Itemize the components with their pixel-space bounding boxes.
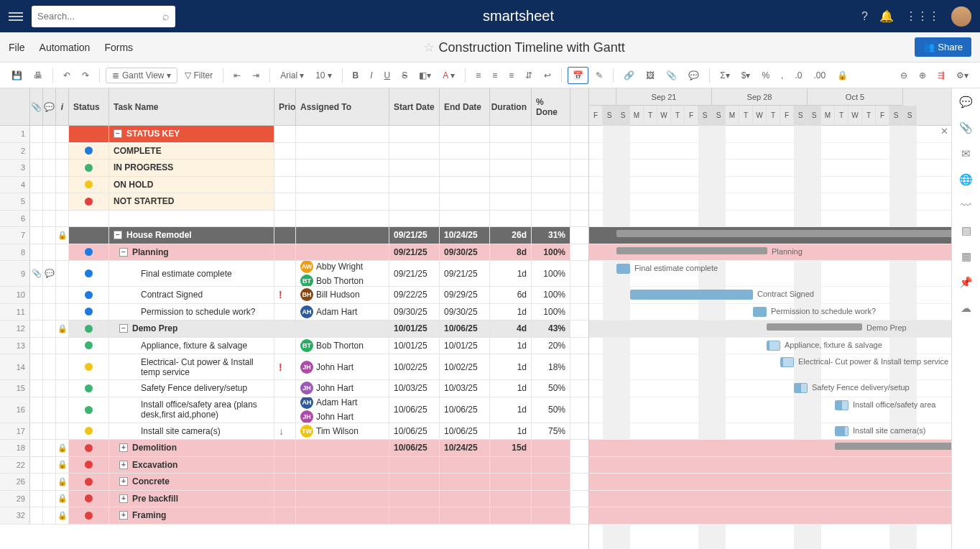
comment-icon[interactable]: 💬 xyxy=(684,68,703,83)
table-row[interactable]: 4ON HOLD xyxy=(0,177,588,194)
expand-icon[interactable]: − xyxy=(119,248,128,257)
info-col-icon[interactable]: i xyxy=(56,88,69,125)
col-done[interactable]: % Done xyxy=(532,88,570,125)
fill-icon[interactable]: ◧▾ xyxy=(415,68,435,83)
bold-icon[interactable]: B xyxy=(348,68,364,83)
apps-icon[interactable]: ⋮⋮⋮ xyxy=(905,9,940,23)
link-icon[interactable]: 🔗 xyxy=(619,68,639,83)
table-row[interactable]: 16Install office/safety area (plans desk… xyxy=(0,397,588,423)
zoom-in-icon[interactable]: ⊕ xyxy=(915,68,930,83)
table-row[interactable]: 12🔒−Demo Prep10/01/2510/06/254d43% xyxy=(0,320,588,338)
connect-icon[interactable]: 📌 xyxy=(959,276,973,289)
menu-automation[interactable]: Automation xyxy=(40,42,91,53)
percent-icon[interactable]: % xyxy=(757,68,774,83)
textcolor-icon[interactable]: A▾ xyxy=(438,68,459,83)
indent-icon[interactable]: ⇥ xyxy=(248,68,264,83)
grid[interactable]: 📎 💬 i Status Task Name Prio Assigned To … xyxy=(0,88,589,549)
col-task[interactable]: Task Name xyxy=(109,88,274,125)
help-icon[interactable]: ? xyxy=(861,10,868,23)
col-end[interactable]: End Date xyxy=(440,88,490,125)
table-row[interactable]: 10Contract Signed!BHBill Hudson09/22/250… xyxy=(0,287,588,304)
align-left-icon[interactable]: ≡ xyxy=(471,68,485,83)
table-row[interactable]: 6 xyxy=(0,211,588,228)
italic-icon[interactable]: I xyxy=(366,68,376,83)
menu-file[interactable]: File xyxy=(9,42,25,53)
lock-icon[interactable]: 🔒 xyxy=(833,68,852,83)
attachments-icon[interactable]: 📎 xyxy=(959,121,973,134)
comma-icon[interactable]: , xyxy=(777,68,787,83)
size-select[interactable]: 10 ▾ xyxy=(311,68,336,83)
menu-forms[interactable]: Forms xyxy=(104,42,133,53)
search-input[interactable] xyxy=(37,11,162,22)
undo-icon[interactable]: ↶ xyxy=(59,68,75,83)
table-row[interactable]: 2COMPLETE xyxy=(0,143,588,160)
table-row[interactable]: 7🔒−House Remodel09/21/2510/24/2526d31% xyxy=(0,227,588,244)
conversations-icon[interactable]: 💬 xyxy=(959,96,973,109)
save-icon[interactable]: 💾 xyxy=(7,68,27,83)
summary-icon[interactable]: ▤ xyxy=(961,224,971,237)
table-row[interactable]: 8−Planning09/21/2509/30/258d100% xyxy=(0,244,588,262)
critical-path-icon[interactable]: ⇶ xyxy=(933,68,949,83)
table-row[interactable]: 11Permission to schedule work?AHAdam Har… xyxy=(0,304,588,321)
zoom-out-icon[interactable]: ⊖ xyxy=(896,68,912,83)
dec-inc-icon[interactable]: .0 xyxy=(790,68,806,83)
expand-icon[interactable]: + xyxy=(119,511,128,520)
table-row[interactable]: 3IN PROGRESS xyxy=(0,160,588,177)
currency-icon[interactable]: $▾ xyxy=(737,68,755,83)
expand-icon[interactable]: + xyxy=(119,477,128,486)
settings-icon[interactable]: ⚙▾ xyxy=(952,68,973,83)
table-row[interactable]: 18🔒+Demolition10/06/2510/24/2515d xyxy=(0,440,588,457)
menu-icon[interactable] xyxy=(9,10,23,23)
comment-col-icon[interactable]: 💬 xyxy=(43,88,56,125)
star-icon[interactable]: ☆ xyxy=(423,40,435,55)
activity-icon[interactable]: 〰 xyxy=(961,199,971,211)
table-row[interactable]: 22🔒+Excavation xyxy=(0,457,588,474)
col-status[interactable]: Status xyxy=(69,88,109,125)
align-right-icon[interactable]: ≡ xyxy=(504,68,518,83)
font-select[interactable]: Arial ▾ xyxy=(276,68,308,83)
col-duration[interactable]: Duration xyxy=(490,88,532,125)
highlight-icon[interactable]: ✎ xyxy=(591,68,607,83)
redo-icon[interactable]: ↷ xyxy=(78,68,93,83)
table-row[interactable]: 32🔒+Framing xyxy=(0,507,588,525)
expand-icon[interactable]: − xyxy=(114,231,122,239)
col-prio[interactable]: Prio xyxy=(274,88,296,125)
table-row[interactable]: 26🔒+Concrete xyxy=(0,474,588,491)
sum-icon[interactable]: Σ▾ xyxy=(716,68,734,83)
share-button[interactable]: 👥 Share xyxy=(915,37,971,57)
align-center-icon[interactable]: ≡ xyxy=(488,68,501,83)
attachment-col-icon[interactable]: 📎 xyxy=(30,88,43,125)
strike-icon[interactable]: S xyxy=(397,68,412,83)
search-icon[interactable]: ⌕ xyxy=(162,10,170,23)
search-box[interactable]: ⌕ xyxy=(32,6,175,27)
publish-icon[interactable]: 🌐 xyxy=(959,173,973,186)
resource-icon[interactable]: ☁ xyxy=(961,302,971,315)
gantt-view-button[interactable]: ≣ Gantt View ▾ xyxy=(106,68,177,83)
valign-icon[interactable]: ⇵ xyxy=(521,68,537,83)
attach-icon[interactable]: 📎 xyxy=(662,68,681,83)
col-assigned[interactable]: Assigned To xyxy=(296,88,389,125)
filter-button[interactable]: ▽ Filter xyxy=(180,68,217,83)
table-row[interactable]: 29🔒+Pre backfill xyxy=(0,491,588,508)
brandfolder-icon[interactable]: ▦ xyxy=(961,250,971,263)
table-row[interactable]: 17Install site camera(s)↓TWTim Wilson10/… xyxy=(0,423,588,440)
image-icon[interactable]: 🖼 xyxy=(642,68,659,83)
table-row[interactable]: 5NOT STARTED xyxy=(0,193,588,211)
col-start[interactable]: Start Date xyxy=(389,88,440,125)
dec-dec-icon[interactable]: .00 xyxy=(809,68,830,83)
bell-icon[interactable]: 🔔 xyxy=(879,9,894,23)
underline-icon[interactable]: U xyxy=(380,68,395,83)
expand-icon[interactable]: + xyxy=(119,461,128,469)
date-icon[interactable]: 📅 xyxy=(568,67,588,84)
table-row[interactable]: 13Appliance, fixture & salvageBTBob Thor… xyxy=(0,338,588,355)
table-row[interactable]: 14Electrical- Cut power & Install temp s… xyxy=(0,354,588,380)
expand-icon[interactable]: − xyxy=(119,324,128,333)
expand-icon[interactable]: + xyxy=(119,494,128,503)
print-icon[interactable]: 🖶 xyxy=(29,68,47,83)
table-row[interactable]: 1−STATUS KEY xyxy=(0,126,588,143)
gantt[interactable]: Sep 21Sep 28Oct 5 FSSMTWTFSSMTWTFSSMTWTF… xyxy=(589,88,951,549)
expand-icon[interactable]: − xyxy=(114,129,122,138)
table-row[interactable]: 9📎💬Final estimate completeAWAbby WrightB… xyxy=(0,261,588,287)
outdent-icon[interactable]: ⇤ xyxy=(229,68,245,83)
avatar[interactable] xyxy=(951,6,971,27)
